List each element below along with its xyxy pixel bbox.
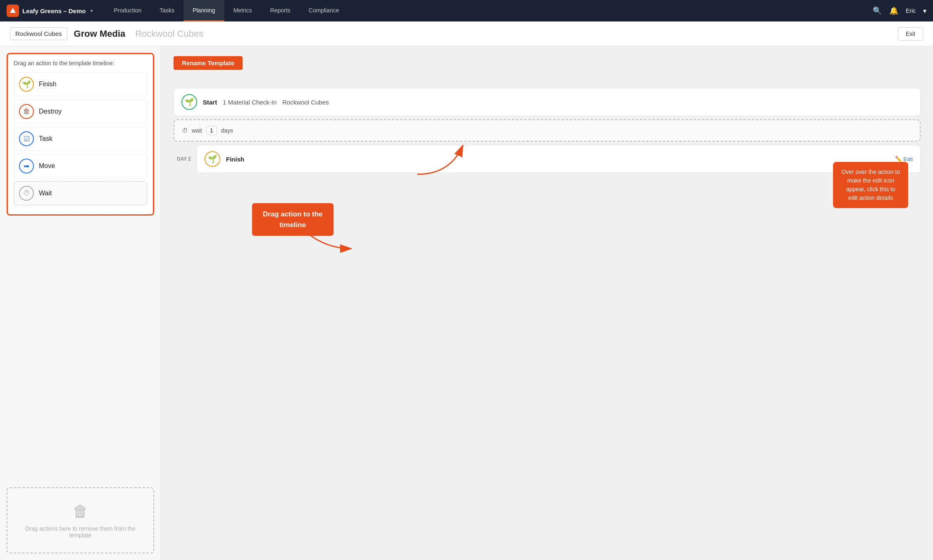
page-header: Rockwool Cubes Grow Media Rockwool Cubes… bbox=[0, 21, 933, 46]
navbar: Leafy Greens – Demo ▾ Production Tasks P… bbox=[0, 0, 933, 21]
action-item-finish[interactable]: 🌱 Finish bbox=[14, 72, 147, 96]
page-title-sub: Rockwool Cubes bbox=[135, 28, 203, 39]
edit-label: Edit bbox=[904, 156, 913, 162]
page-header-left: Rockwool Cubes Grow Media Rockwool Cubes bbox=[10, 27, 203, 40]
day2-label: DAY 2 bbox=[174, 156, 191, 162]
nav-right: 🔍 🔔 Eric ▾ bbox=[873, 6, 926, 15]
nav-link-metrics[interactable]: Metrics bbox=[224, 0, 261, 21]
user-chevron: ▾ bbox=[923, 7, 926, 15]
page-title: Grow Media bbox=[74, 28, 126, 39]
action-item-move[interactable]: ➡ Move bbox=[14, 154, 147, 178]
edit-icon: ✏️ bbox=[895, 156, 902, 162]
trash-label: Drag actions here to remove them from th… bbox=[16, 525, 145, 539]
action-item-wait[interactable]: ⏱ Wait bbox=[14, 181, 147, 205]
action-item-task[interactable]: ☑ Task bbox=[14, 127, 147, 151]
action-wait-label: Wait bbox=[39, 190, 52, 197]
edit-button[interactable]: ✏️ Edit bbox=[895, 156, 913, 162]
nav-links: Production Tasks Planning Metrics Report… bbox=[105, 0, 348, 21]
timeline-start-item: 🌱 Start 1 Material Check-In Rockwool Cub… bbox=[174, 88, 921, 116]
exit-button[interactable]: Exit bbox=[898, 27, 923, 40]
start-icon: 🌱 bbox=[181, 94, 197, 110]
destroy-icon: 🗑 bbox=[19, 104, 34, 119]
wait-icon: ⏱ bbox=[19, 186, 34, 201]
sidebar: Drag an action to the template timeline:… bbox=[0, 46, 161, 560]
rename-template-button[interactable]: Rename Template bbox=[174, 56, 243, 70]
wait-text: wait bbox=[192, 127, 202, 134]
search-icon[interactable]: 🔍 bbox=[873, 6, 882, 15]
hover-edit-annotation: Over over the action to make the edit ic… bbox=[833, 162, 908, 208]
wait-clock-icon: ⏱ bbox=[182, 127, 188, 134]
action-item-destroy[interactable]: 🗑 Destroy bbox=[14, 100, 147, 123]
logo-icon bbox=[7, 5, 19, 17]
hover-edit-tooltip: Over over the action to make the edit ic… bbox=[833, 162, 908, 208]
timeline-area: Rename Template 🌱 Start 1 Material Check… bbox=[161, 46, 933, 560]
drag-timeline-tooltip: Drag action to thetimeline bbox=[252, 203, 333, 236]
logo-text: Leafy Greens – Demo bbox=[22, 7, 86, 14]
finish-icon: 🌱 bbox=[19, 77, 34, 92]
finish-timeline-icon: 🌱 bbox=[205, 151, 220, 167]
drag-timeline-annotation: Drag action to thetimeline bbox=[252, 203, 333, 236]
nav-link-planning[interactable]: Planning bbox=[183, 0, 224, 21]
template-name-box[interactable]: Rockwool Cubes bbox=[10, 27, 67, 40]
nav-logo[interactable]: Leafy Greens – Demo ▾ bbox=[7, 5, 93, 17]
sidebar-inner: Drag an action to the template timeline:… bbox=[7, 53, 154, 216]
action-task-label: Task bbox=[39, 135, 52, 142]
logo-chevron: ▾ bbox=[90, 8, 93, 14]
action-destroy-label: Destroy bbox=[39, 108, 62, 115]
finish-timeline-label: Finish bbox=[226, 156, 244, 163]
start-label: Start bbox=[203, 99, 217, 106]
timeline-finish-item: 🌱 Finish ✏️ Edit bbox=[197, 145, 921, 173]
day2-row: DAY 2 🌱 Finish ✏️ Edit bbox=[174, 145, 921, 173]
move-icon: ➡ bbox=[19, 159, 34, 173]
wait-days-label: days bbox=[221, 127, 233, 134]
action-move-label: Move bbox=[39, 162, 55, 170]
nav-link-tasks[interactable]: Tasks bbox=[150, 0, 183, 21]
nav-user[interactable]: Eric bbox=[906, 7, 916, 14]
wait-block: ⏱ wait 1 days bbox=[174, 119, 921, 142]
sidebar-label: Drag an action to the template timeline: bbox=[14, 60, 147, 66]
start-name: Rockwool Cubes bbox=[282, 99, 329, 106]
trash-zone[interactable]: 🗑 Drag actions here to remove them from … bbox=[7, 487, 154, 553]
nav-link-production[interactable]: Production bbox=[105, 0, 150, 21]
nav-link-compliance[interactable]: Compliance bbox=[300, 0, 348, 21]
start-detail: 1 Material Check-In bbox=[223, 99, 276, 106]
wait-days: 1 bbox=[206, 126, 217, 135]
task-icon: ☑ bbox=[19, 131, 34, 146]
nav-link-reports[interactable]: Reports bbox=[261, 0, 300, 21]
action-finish-label: Finish bbox=[39, 81, 57, 88]
trash-icon: 🗑 bbox=[73, 503, 88, 520]
main-content: Drag an action to the template timeline:… bbox=[0, 46, 933, 560]
bell-icon[interactable]: 🔔 bbox=[889, 6, 898, 15]
